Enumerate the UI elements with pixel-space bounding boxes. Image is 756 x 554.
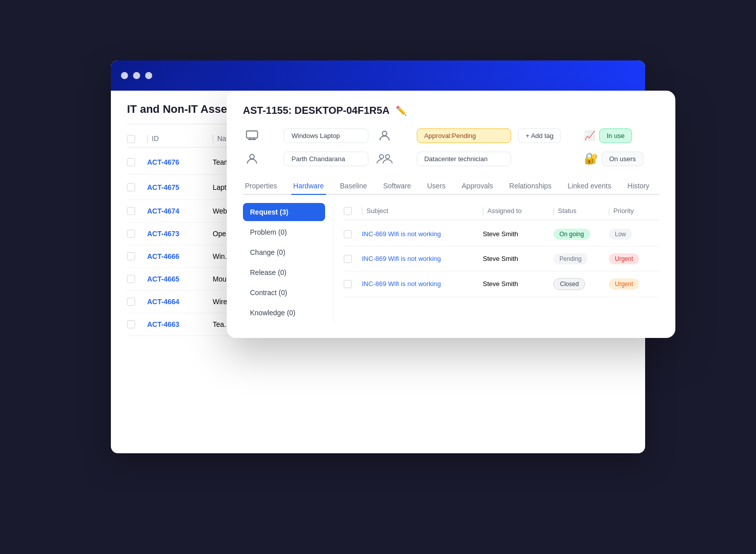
- sidebar-nav: Request (3) Problem (0) Change (0) Relea…: [243, 203, 334, 324]
- request-status-badge: On going: [553, 229, 590, 240]
- request-subject-link[interactable]: INC-869 Wifi is not working: [362, 280, 441, 288]
- svg-point-3: [380, 155, 384, 159]
- col-req-status: Status: [553, 207, 609, 216]
- col-assigned: Assigned to: [483, 207, 553, 216]
- row-checkbox[interactable]: [127, 320, 135, 328]
- row-checkbox[interactable]: [127, 275, 135, 283]
- status-area: 📈 In use: [584, 128, 659, 143]
- assignee-label: Parth Chandarana: [284, 152, 368, 166]
- row-id-link[interactable]: ACT-4665: [147, 275, 179, 283]
- sidebar-item-request[interactable]: Request (3): [243, 203, 325, 221]
- request-assigned: Steve Smith: [483, 255, 553, 262]
- row-id-link[interactable]: ACT-4664: [147, 298, 179, 306]
- svg-rect-0: [246, 131, 258, 138]
- request-row: INC-869 Wifi is not working Steve Smith …: [344, 222, 659, 247]
- nav-tabs: Properties Hardware Baseline Software Us…: [243, 178, 659, 195]
- request-status-badge: Pending: [553, 253, 588, 264]
- modal-body: Request (3) Problem (0) Change (0) Relea…: [243, 203, 659, 324]
- modal-title-row: AST-1155: DESKTOP-04F1R5A ✏️: [243, 105, 659, 116]
- sidebar-item-problem[interactable]: Problem (0): [243, 223, 325, 241]
- tab-history[interactable]: History: [625, 178, 652, 195]
- request-priority-badge: Urgent: [609, 253, 639, 264]
- request-checkbox[interactable]: [344, 230, 352, 238]
- row-id-link[interactable]: ACT-4663: [147, 320, 179, 328]
- tab-software[interactable]: Software: [381, 178, 413, 195]
- add-tag-button[interactable]: + Add tag: [518, 128, 561, 143]
- on-users-badge: On users: [602, 152, 644, 166]
- row-checkbox[interactable]: [127, 230, 135, 238]
- request-subject-link[interactable]: INC-869 Wifi is not working: [362, 255, 441, 262]
- add-tag-area: + Add tag: [518, 128, 577, 143]
- col-id: ID: [147, 134, 213, 143]
- user-icon: [375, 126, 394, 145]
- group-icon: [375, 150, 394, 168]
- sidebar-item-contract[interactable]: Contract (0): [243, 284, 325, 302]
- tab-users[interactable]: Users: [425, 178, 448, 195]
- col-subject: Subject: [362, 207, 483, 216]
- tab-properties[interactable]: Properties: [243, 178, 279, 195]
- request-assigned: Steve Smith: [483, 230, 553, 238]
- traffic-light-yellow[interactable]: [133, 72, 140, 79]
- svg-point-4: [386, 155, 390, 159]
- col-priority: Priority: [609, 207, 659, 216]
- select-all-checkbox[interactable]: [127, 135, 135, 143]
- tab-baseline[interactable]: Baseline: [338, 178, 369, 195]
- on-users-area: 🔐 On users: [584, 152, 659, 166]
- tab-linked-events[interactable]: Linked events: [565, 178, 613, 195]
- trend-icon: 📈: [584, 130, 595, 141]
- request-priority-badge: Urgent: [609, 279, 639, 290]
- select-all-requests-checkbox[interactable]: [344, 207, 352, 215]
- asset-type-label: Windows Laptop: [284, 128, 368, 143]
- role-label: Datacenter technician: [417, 152, 511, 166]
- tab-hardware[interactable]: Hardware: [291, 178, 326, 195]
- row-id-link[interactable]: ACT-4675: [147, 183, 179, 191]
- row-checkbox[interactable]: [127, 298, 135, 306]
- request-status-badge: Closed: [553, 278, 585, 290]
- svg-point-2: [250, 155, 255, 159]
- request-row: INC-869 Wifi is not working Steve Smith …: [344, 271, 659, 297]
- svg-point-1: [383, 131, 387, 136]
- request-checkbox[interactable]: [344, 255, 352, 263]
- request-row: INC-869 Wifi is not working Steve Smith …: [344, 247, 659, 271]
- request-subject-link[interactable]: INC-869 Wifi is not working: [362, 230, 441, 238]
- row-id-link[interactable]: ACT-4676: [147, 158, 179, 166]
- traffic-light-red[interactable]: [121, 72, 128, 79]
- row-checkbox[interactable]: [127, 207, 135, 215]
- modal-title-text: AST-1155: DESKTOP-04F1R5A: [243, 105, 390, 116]
- row-checkbox[interactable]: [127, 252, 135, 260]
- assignee-icon: [243, 150, 261, 168]
- asset-detail-modal: AST-1155: DESKTOP-04F1R5A ✏️ Windows Lap…: [227, 91, 675, 338]
- title-bar: [111, 60, 645, 91]
- fingerprint-icon: 🔐: [584, 152, 598, 165]
- requests-table-header: Subject Assigned to Status Priority: [344, 203, 659, 220]
- sidebar-item-change[interactable]: Change (0): [243, 243, 325, 261]
- in-use-badge: In use: [599, 128, 632, 143]
- row-checkbox[interactable]: [127, 158, 135, 166]
- approval-status-badge: Approval:Pending: [417, 128, 511, 143]
- traffic-light-green[interactable]: [145, 72, 152, 79]
- request-priority-badge: Low: [609, 229, 632, 240]
- request-checkbox[interactable]: [344, 280, 352, 288]
- sidebar-item-knowledge[interactable]: Knowledge (0): [243, 304, 325, 322]
- sidebar-item-release[interactable]: Release (0): [243, 263, 325, 282]
- requests-table-section: Subject Assigned to Status Priority INC-…: [334, 203, 659, 324]
- row-checkbox[interactable]: [127, 183, 135, 191]
- tab-relationships[interactable]: Relationships: [507, 178, 553, 195]
- tab-approvals[interactable]: Approvals: [460, 178, 495, 195]
- row-id-link[interactable]: ACT-4666: [147, 252, 179, 260]
- row-id-link[interactable]: ACT-4674: [147, 207, 179, 215]
- request-assigned: Steve Smith: [483, 280, 553, 288]
- asset-type-icon: [243, 126, 261, 145]
- edit-icon[interactable]: ✏️: [396, 105, 407, 116]
- row-id-link[interactable]: ACT-4673: [147, 230, 179, 238]
